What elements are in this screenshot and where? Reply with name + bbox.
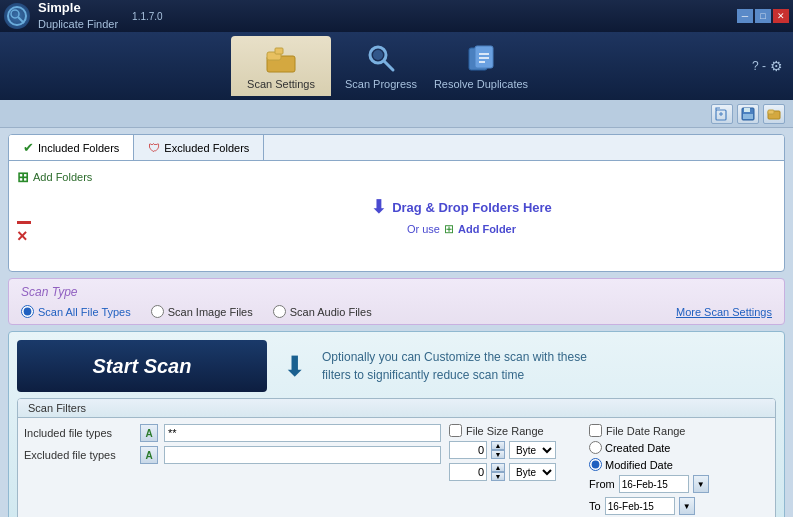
title-bar: Simple Duplicate Finder 1.1.7.0 ─ □ ✕: [0, 0, 793, 32]
scan-type-panel: Scan Type Scan All File Types Scan Image…: [8, 278, 785, 325]
svg-line-2: [18, 17, 24, 23]
created-date-label: Created Date: [605, 442, 670, 454]
app-name-line1: Simple: [38, 0, 118, 17]
svg-rect-19: [743, 114, 753, 119]
add-folders-button[interactable]: ⊞ Add Folders: [17, 169, 131, 185]
add-folder-small-icon: ⊞: [444, 222, 454, 236]
folders-body: ⊞ Add Folders × ⬇ Drag & Drop Folders He…: [9, 161, 784, 271]
excluded-types-input[interactable]: [164, 446, 441, 464]
date-to-label: To: [589, 500, 601, 512]
created-date-radio[interactable]: [589, 441, 602, 454]
modified-date-radio[interactable]: [589, 458, 602, 471]
minimize-button[interactable]: ─: [737, 9, 753, 23]
or-use-label: Or use: [407, 223, 440, 235]
app-name-line2: Duplicate Finder: [38, 17, 118, 31]
add-folder-sub-label: Add Folder: [458, 223, 516, 235]
date-from-input[interactable]: [619, 475, 689, 493]
date-to-input[interactable]: [605, 497, 675, 515]
size-to-down[interactable]: ▼: [491, 472, 505, 481]
size-to-spinner: ▲ ▼: [491, 463, 505, 481]
add-folders-label: Add Folders: [33, 171, 92, 183]
app-version: 1.1.7.0: [132, 11, 163, 22]
window-controls: ─ □ ✕: [737, 9, 789, 23]
modified-date-row: Modified Date: [589, 458, 769, 471]
scan-type-options: Scan All File Types Scan Image Files Sca…: [21, 305, 772, 318]
save-button[interactable]: [737, 104, 759, 124]
close-button[interactable]: ✕: [773, 9, 789, 23]
scan-type-title: Scan Type: [21, 285, 772, 299]
file-types-filter: Included file types A Excluded file type…: [24, 424, 441, 515]
created-date-row: Created Date: [589, 441, 769, 454]
new-button[interactable]: [711, 104, 733, 124]
help-label[interactable]: ? -: [752, 59, 766, 73]
excluded-types-label: Excluded file types: [24, 449, 134, 461]
size-from-down[interactable]: ▼: [491, 450, 505, 459]
size-from-row: ▲ ▼ Byte: [449, 441, 589, 459]
more-scan-settings-link[interactable]: More Scan Settings: [676, 306, 772, 318]
size-from-unit[interactable]: Byte: [509, 441, 556, 459]
scan-image-label: Scan Image Files: [168, 306, 253, 318]
start-scan-panel: Start Scan ⬇ Optionally you can Customiz…: [8, 331, 785, 517]
svg-line-7: [384, 61, 393, 70]
size-from-input[interactable]: [449, 441, 487, 459]
tab-scan-settings-label: Scan Settings: [247, 78, 315, 90]
scan-audio-radio[interactable]: [273, 305, 286, 318]
size-from-up[interactable]: ▲: [491, 441, 505, 450]
app-branding: Simple Duplicate Finder 1.1.7.0: [4, 0, 163, 31]
date-from-label: From: [589, 478, 615, 490]
svg-rect-10: [475, 46, 493, 68]
tab-scan-progress-label: Scan Progress: [345, 78, 417, 90]
scan-audio-label: Scan Audio Files: [290, 306, 372, 318]
included-folders-tab[interactable]: ✔ Included Folders: [9, 135, 134, 160]
scan-settings-icon: [265, 42, 297, 74]
date-to-dropdown[interactable]: ▼: [679, 497, 695, 515]
included-types-label: Included file types: [24, 427, 134, 439]
excluded-folders-tab[interactable]: 🛡 Excluded Folders: [134, 135, 264, 160]
app-icon: [4, 3, 30, 29]
date-to-row: To ▼: [589, 497, 769, 515]
file-size-title: File Size Range: [449, 424, 589, 437]
file-date-filter: File Date Range Created Date Modified Da…: [589, 424, 769, 515]
scan-all-option[interactable]: Scan All File Types: [21, 305, 131, 318]
size-to-unit[interactable]: Byte: [509, 463, 556, 481]
svg-rect-18: [744, 108, 750, 112]
size-to-input[interactable]: [449, 463, 487, 481]
tab-scan-settings[interactable]: Scan Settings: [231, 36, 331, 96]
included-types-row: Included file types A: [24, 424, 441, 442]
scan-filters-body: Included file types A Excluded file type…: [18, 418, 775, 517]
remove-folder-button[interactable]: ×: [17, 221, 131, 245]
maximize-button[interactable]: □: [755, 9, 771, 23]
folders-tabs: ✔ Included Folders 🛡 Excluded Folders: [9, 135, 784, 161]
included-types-input[interactable]: [164, 424, 441, 442]
scan-filters-header: Scan Filters: [18, 399, 775, 418]
open-button[interactable]: [763, 104, 785, 124]
tab-resolve-duplicates[interactable]: Resolve Duplicates: [431, 36, 531, 96]
size-to-up[interactable]: ▲: [491, 463, 505, 472]
file-date-checkbox[interactable]: [589, 424, 602, 437]
size-to-row: ▲ ▼ Byte: [449, 463, 589, 481]
file-date-title: File Date Range: [589, 424, 769, 437]
folders-left: ⊞ Add Folders ×: [9, 161, 139, 271]
excluded-shield-icon: 🛡: [148, 141, 160, 155]
delete-icon[interactable]: ×: [17, 227, 131, 245]
add-icon: ⊞: [17, 169, 29, 185]
drag-drop-area[interactable]: ⬇ Drag & Drop Folders Here Or use ⊞ Add …: [139, 161, 784, 271]
start-scan-description: Optionally you can Customize the scan wi…: [322, 348, 587, 384]
main-toolbar: Scan Settings Scan Progress Resolve Dupl…: [0, 32, 793, 100]
small-toolbar: [0, 100, 793, 128]
date-from-row: From ▼: [589, 475, 769, 493]
included-types-icon-button[interactable]: A: [140, 424, 158, 442]
scan-audio-option[interactable]: Scan Audio Files: [273, 305, 372, 318]
scan-image-option[interactable]: Scan Image Files: [151, 305, 253, 318]
start-scan-button[interactable]: Start Scan: [17, 340, 267, 392]
excluded-types-icon-button[interactable]: A: [140, 446, 158, 464]
resolve-duplicates-icon: [465, 42, 497, 74]
date-from-dropdown[interactable]: ▼: [693, 475, 709, 493]
minus-icon: [17, 221, 31, 224]
file-size-checkbox[interactable]: [449, 424, 462, 437]
scan-all-radio[interactable]: [21, 305, 34, 318]
gear-icon[interactable]: ⚙: [770, 58, 783, 74]
folders-panel: ✔ Included Folders 🛡 Excluded Folders ⊞ …: [8, 134, 785, 272]
scan-image-radio[interactable]: [151, 305, 164, 318]
tab-scan-progress[interactable]: Scan Progress: [331, 36, 431, 96]
